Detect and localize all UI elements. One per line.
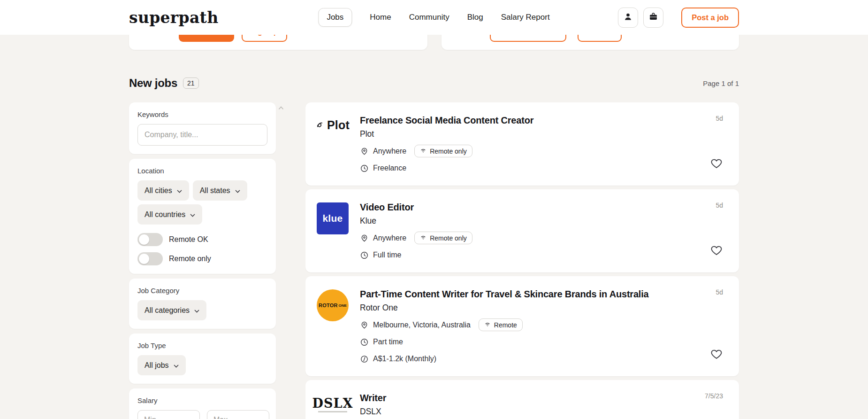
superpath-logo: superpath bbox=[129, 8, 218, 27]
remote-only-label: Remote only bbox=[169, 255, 211, 263]
post-a-job-button[interactable]: Post a job bbox=[681, 8, 739, 28]
dslx-tagline bbox=[318, 411, 347, 412]
account-button[interactable] bbox=[618, 8, 638, 28]
job-count-badge: 21 bbox=[183, 78, 199, 89]
job-card[interactable]: 5d klue Video Editor Klue Anywhere bbox=[305, 189, 739, 272]
job-title[interactable]: Video Editor bbox=[360, 202, 687, 213]
job-employment-type: Freelance bbox=[373, 162, 406, 174]
remote-only-toggle[interactable]: Remote only bbox=[137, 252, 267, 265]
clock-icon bbox=[360, 251, 369, 260]
company-logo-klue: klue bbox=[316, 202, 350, 234]
job-list: 5d Plot Freelance Social Media Content C… bbox=[305, 102, 739, 419]
category-label: Job Category bbox=[137, 287, 267, 295]
job-type-row: Freelance bbox=[360, 162, 687, 174]
heart-icon bbox=[710, 244, 723, 258]
salary-label: Salary bbox=[137, 396, 267, 404]
remote-signal-icon bbox=[420, 232, 426, 244]
keywords-input[interactable] bbox=[137, 124, 267, 146]
all-categories-select[interactable]: All categories bbox=[137, 300, 206, 320]
job-salary-row: A$1-1.2k (Monthly) bbox=[360, 353, 687, 365]
posted-date: 5d bbox=[716, 288, 723, 296]
location-pin-icon bbox=[360, 147, 369, 155]
clock-icon bbox=[360, 164, 369, 173]
nav-jobs[interactable]: Jobs bbox=[318, 8, 352, 27]
all-jobs-select[interactable]: All jobs bbox=[137, 355, 186, 375]
remote-ok-toggle[interactable]: Remote OK bbox=[137, 233, 267, 246]
job-title[interactable]: Writer bbox=[360, 392, 687, 403]
keywords-label: Keywords bbox=[137, 110, 267, 118]
posted-date: 7/5/23 bbox=[705, 392, 723, 400]
job-location-row: Anywhere Remote only bbox=[360, 145, 687, 157]
nav-home[interactable]: Home bbox=[370, 13, 391, 22]
favorite-button[interactable] bbox=[708, 155, 725, 172]
job-card[interactable]: 5d Plot Freelance Social Media Content C… bbox=[305, 102, 739, 186]
salary-filter-card: Salary bbox=[129, 388, 276, 419]
all-states-select[interactable]: All states bbox=[193, 180, 247, 201]
keywords-filter-card: Keywords bbox=[129, 102, 276, 154]
job-employment-type: Full time bbox=[373, 249, 401, 261]
job-title[interactable]: Part-Time Content Writer for Travel & Sk… bbox=[360, 288, 687, 300]
page-title: New jobs bbox=[129, 77, 177, 90]
job-salary: A$1-1.2k (Monthly) bbox=[373, 353, 436, 365]
chevron-up-icon[interactable] bbox=[278, 103, 284, 112]
briefcase-icon bbox=[648, 12, 658, 23]
job-type-filter-card: Job Type All jobs bbox=[129, 334, 276, 384]
remote-ok-label: Remote OK bbox=[169, 235, 208, 244]
user-icon bbox=[623, 12, 633, 23]
nav-blog[interactable]: Blog bbox=[467, 13, 483, 22]
location-pin-icon bbox=[360, 233, 369, 242]
pagination-label: Page 1 of 1 bbox=[703, 79, 739, 87]
salary-max-input[interactable] bbox=[207, 410, 269, 419]
all-countries-select[interactable]: All countries bbox=[137, 204, 202, 225]
plot-squiggle-icon bbox=[316, 121, 325, 130]
page-head: New jobs 21 Page 1 of 1 bbox=[129, 76, 739, 90]
salary-min-input[interactable] bbox=[137, 410, 200, 419]
coin-icon bbox=[360, 355, 369, 364]
job-location: Anywhere bbox=[373, 232, 406, 244]
favorite-button[interactable] bbox=[708, 346, 725, 363]
remote-badge: Remote only bbox=[414, 145, 472, 157]
job-type-row: Part time bbox=[360, 336, 687, 348]
location-pin-icon bbox=[360, 320, 369, 329]
hero-strip: Sign up bbox=[129, 35, 739, 50]
location-label: Location bbox=[137, 167, 267, 175]
favorite-button[interactable] bbox=[708, 242, 725, 259]
job-company: Plot bbox=[360, 129, 687, 139]
main-nav: Jobs Home Community Blog Salary Report bbox=[318, 8, 549, 27]
remote-signal-icon bbox=[484, 319, 491, 331]
toggle-switch[interactable] bbox=[137, 252, 163, 265]
job-card[interactable]: 7/5/23 DSLX Writer DSLX bbox=[305, 380, 739, 419]
all-cities-select[interactable]: All cities bbox=[137, 180, 189, 201]
nav-salary-report[interactable]: Salary Report bbox=[501, 13, 550, 22]
remote-signal-icon bbox=[420, 145, 426, 157]
jobs-dashboard-button[interactable] bbox=[643, 8, 663, 28]
posted-date: 5d bbox=[716, 202, 723, 209]
posted-date: 5d bbox=[716, 115, 723, 122]
company-logo-dslx: DSLX bbox=[316, 397, 350, 412]
category-filter-card: Job Category All categories bbox=[129, 279, 276, 329]
filters-sidebar: Keywords Location All cities All states bbox=[129, 102, 276, 419]
plot-wordmark: Plot bbox=[327, 118, 350, 132]
chevron-down-icon bbox=[177, 186, 182, 195]
chevron-down-icon bbox=[174, 361, 179, 370]
location-filter-card: Location All cities All states bbox=[129, 159, 276, 274]
job-company: Rotor One bbox=[360, 303, 687, 313]
app-screen: superpath Jobs Home Community Blog Salar… bbox=[0, 0, 868, 419]
toggle-switch[interactable] bbox=[137, 233, 163, 246]
job-location-row: Melbourne, Victoria, Australia Remote bbox=[360, 318, 687, 331]
heart-icon bbox=[710, 157, 723, 171]
nav-community[interactable]: Community bbox=[409, 13, 449, 22]
job-company: Klue bbox=[360, 216, 687, 226]
heart-icon bbox=[710, 348, 723, 362]
job-company: DSLX bbox=[360, 406, 687, 417]
remote-badge: Remote only bbox=[414, 232, 472, 244]
job-type-label: Job Type bbox=[137, 341, 267, 349]
company-logo-rotor-one: ROTOR ONE bbox=[316, 289, 350, 321]
chevron-down-icon bbox=[235, 186, 240, 195]
job-card[interactable]: 5d ROTOR ONE Part-Time Content Writer fo… bbox=[305, 276, 739, 376]
header-actions: Post a job bbox=[618, 8, 739, 28]
job-location: Anywhere bbox=[373, 145, 406, 157]
chevron-down-icon bbox=[194, 306, 199, 315]
top-navbar: superpath Jobs Home Community Blog Salar… bbox=[0, 0, 868, 35]
job-title[interactable]: Freelance Social Media Content Creator bbox=[360, 115, 687, 126]
